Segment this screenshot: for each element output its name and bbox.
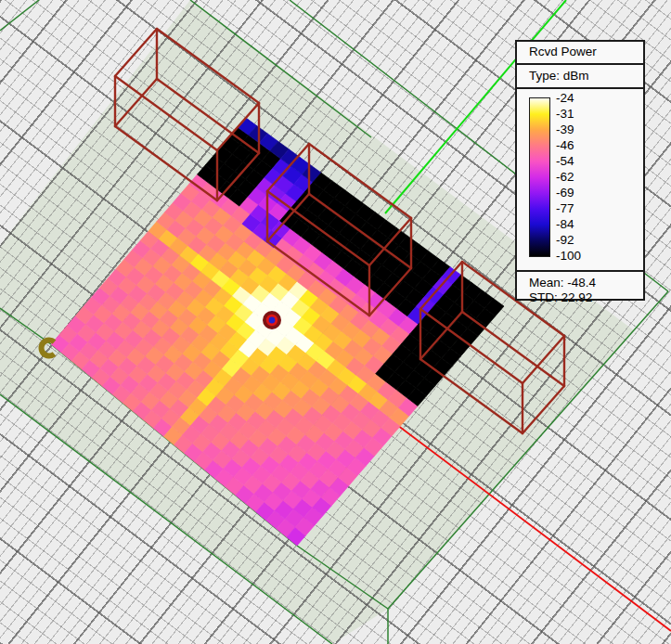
- app-viewport: Rcvd Power Type: dBm -24-31-39-46-54-62-…: [0, 0, 671, 644]
- legend-scale-label: -54: [556, 153, 581, 169]
- legend-scale-label: -62: [556, 169, 581, 185]
- legend-scale-label: -69: [556, 185, 581, 200]
- x-axis-line: [397, 425, 671, 631]
- legend-scale-label: -77: [556, 200, 581, 216]
- transmitter-marker: [263, 311, 281, 329]
- legend-scale-label: -24: [556, 90, 581, 106]
- legend-scale-labels: -24-31-39-46-54-62-69-77-84-92-100: [556, 90, 581, 264]
- receiver-marker: [42, 340, 55, 355]
- legend-scale-label: -31: [556, 106, 581, 122]
- legend-scale-label: -92: [556, 232, 581, 248]
- legend-std-value: STD: 22.92: [529, 290, 643, 305]
- legend-panel: Rcvd Power Type: dBm -24-31-39-46-54-62-…: [515, 40, 645, 301]
- legend-mean-value: Mean: -48.4: [529, 276, 643, 290]
- legend-scale-label: -46: [556, 137, 581, 153]
- legend-scale: -24-31-39-46-54-62-69-77-84-92-100: [517, 89, 643, 270]
- legend-stats: Mean: -48.4 STD: 22.92: [517, 270, 643, 305]
- legend-scale-label: -100: [556, 248, 581, 264]
- legend-type-label: Type: dBm: [517, 65, 643, 89]
- legend-colorbar: [529, 97, 550, 257]
- legend-scale-label: -84: [556, 216, 581, 232]
- coverage-heatmap: [51, 118, 504, 546]
- legend-title: Rcvd Power: [517, 42, 643, 65]
- legend-scale-label: -39: [556, 122, 581, 137]
